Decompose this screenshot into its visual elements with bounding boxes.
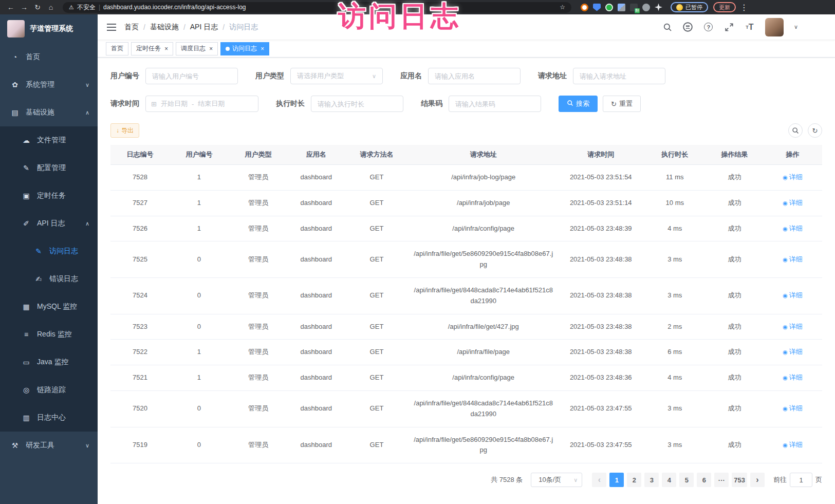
tab-首页[interactable]: 首页	[106, 42, 128, 55]
sidebar-logo[interactable]: 芋道管理系统	[0, 14, 98, 43]
export-button[interactable]: 导出	[110, 123, 139, 138]
page-button-5[interactable]: 5	[679, 473, 694, 487]
date-range-picker[interactable]: 开始日期-结束日期	[145, 96, 258, 112]
extension-icon-pinwheel[interactable]	[655, 4, 662, 11]
browser-update-button[interactable]: 更新	[713, 2, 736, 12]
detail-link[interactable]: 详细	[783, 347, 803, 358]
extension-icon-green[interactable]	[605, 4, 613, 11]
sidebar-item-redis-monitor[interactable]: ≡Redis 监控	[0, 321, 98, 348]
font-size-icon[interactable]	[745, 22, 755, 32]
sidebar-item-infrastructure[interactable]: ▤基础设施∧	[0, 99, 98, 126]
cell-id: 7528	[110, 165, 170, 191]
extension-icon-gray[interactable]	[642, 4, 650, 11]
browser-forward-button[interactable]	[18, 2, 30, 12]
browser-back-button[interactable]	[5, 2, 16, 12]
detail-link[interactable]: 详细	[783, 172, 803, 183]
filter-input-执行时长[interactable]	[311, 96, 403, 112]
page-size-select[interactable]: 10条/页	[531, 473, 582, 487]
export-label: 导出	[121, 126, 134, 135]
page-button-753[interactable]: 753	[732, 473, 747, 487]
detail-link[interactable]: 详细	[783, 223, 803, 234]
sidebar-item-job[interactable]: ▣定时任务	[0, 182, 98, 210]
detail-link[interactable]: 详细	[783, 254, 803, 265]
filter-input-请求地址[interactable]	[573, 68, 665, 84]
close-icon[interactable]: ×	[209, 46, 213, 52]
sidebar-item-log-center[interactable]: ▥日志中心	[0, 404, 98, 432]
user-avatar[interactable]	[765, 18, 784, 36]
cell-time: 2021-05-03 23:48:38	[558, 241, 643, 278]
sidebar-item-access-log[interactable]: ✎访问日志	[0, 237, 98, 265]
column-header: 应用名	[288, 145, 345, 165]
filter-input-用户编号[interactable]	[145, 68, 238, 84]
search-icon[interactable]	[662, 22, 673, 32]
sidebar-item-java-monitor[interactable]: ▭Java 监控	[0, 348, 98, 376]
cell-action: 详细	[763, 340, 822, 365]
sidebar-item-config-manage[interactable]: ✎配置管理	[0, 154, 98, 182]
extension-icon-translate[interactable]: 翻	[630, 4, 638, 11]
page-button-3[interactable]: 3	[644, 473, 659, 487]
detail-link[interactable]: 详细	[783, 440, 803, 451]
cell-action: 详细	[763, 390, 822, 427]
detail-link[interactable]: 详细	[783, 322, 803, 332]
sidebar-item-mysql-monitor[interactable]: ▦MySQL 监控	[0, 293, 98, 321]
close-icon[interactable]: ×	[164, 46, 168, 52]
breadcrumb-item[interactable]: 基础设施	[150, 23, 179, 32]
sidebar-item-label: 访问日志	[49, 247, 78, 256]
filter-input-应用名[interactable]	[428, 68, 521, 84]
browser-home-button[interactable]	[45, 2, 57, 12]
github-icon[interactable]	[683, 22, 693, 32]
sidebar-item-dashboard[interactable]: ◔首页	[0, 43, 98, 71]
help-icon[interactable]	[703, 22, 714, 32]
sidebar-item-label: MySQL 监控	[37, 302, 77, 311]
detail-link[interactable]: 详细	[783, 372, 803, 383]
reset-button[interactable]: 重置	[603, 96, 641, 112]
sidebar-item-api-log[interactable]: ✐API 日志∧	[0, 210, 98, 237]
prev-page-button[interactable]	[592, 473, 606, 487]
cell-user_type: 管理员	[229, 390, 288, 427]
tab-定时任务[interactable]: 定时任务×	[131, 42, 173, 55]
table-row: 75190管理员dashboardGET/api/infra/file/get/…	[110, 427, 822, 463]
browser-menu-icon[interactable]	[740, 3, 748, 12]
cell-user_type: 管理员	[229, 165, 288, 191]
extension-icon-donut[interactable]	[581, 4, 588, 11]
breadcrumb-item[interactable]: 首页	[124, 23, 139, 32]
browser-profile-chip[interactable]: 已暂停	[671, 2, 708, 12]
browser-reload-button[interactable]	[32, 2, 43, 12]
sidebar-item-dev-tools[interactable]: ⚒研发工具∨	[0, 432, 98, 459]
page-button-6[interactable]: 6	[697, 473, 711, 487]
extension-icon-cubes[interactable]	[618, 4, 625, 11]
sidebar-item-file-manage[interactable]: ☁文件管理	[0, 126, 98, 154]
detail-link[interactable]: 详细	[783, 290, 803, 301]
close-icon[interactable]: ×	[261, 46, 264, 52]
cell-app: dashboard	[288, 190, 345, 216]
filter-row-1: 用户编号用户类型请选择用户类型应用名请求地址	[110, 68, 822, 84]
tab-访问日志[interactable]: 访问日志×	[220, 42, 269, 55]
page-button-4[interactable]: 4	[662, 473, 676, 487]
page-button-2[interactable]: 2	[627, 473, 641, 487]
next-page-button[interactable]	[750, 473, 765, 487]
sidebar-item-trace[interactable]: ◎链路追踪	[0, 376, 98, 404]
breadcrumb-item[interactable]: API 日志	[190, 23, 218, 32]
tab-调度日志[interactable]: 调度日志×	[176, 42, 218, 55]
fullscreen-icon[interactable]	[724, 22, 734, 32]
address-bar[interactable]: 不安全 | dashboard.yudao.iocoder.cn/infra/l…	[63, 2, 571, 13]
detail-link[interactable]: 详细	[783, 198, 803, 209]
detail-link[interactable]: 详细	[783, 403, 803, 414]
page-button-1[interactable]: 1	[609, 473, 624, 487]
profile-emoji-icon	[676, 4, 683, 11]
sidebar-item-error-log[interactable]: ✍错误日志	[0, 265, 98, 293]
pager-ellipsis[interactable]: ···	[714, 473, 729, 487]
goto-page-input[interactable]	[790, 473, 812, 487]
user-menu-caret-icon[interactable]	[794, 24, 798, 30]
filter-input-结果码[interactable]	[449, 96, 541, 112]
collapse-sidebar-icon[interactable]	[107, 24, 116, 31]
show-search-button[interactable]	[788, 123, 803, 138]
navbar-right	[662, 18, 835, 36]
extension-icon-shield[interactable]	[593, 4, 601, 11]
search-button[interactable]: 搜索	[559, 96, 598, 112]
bookmark-star-icon[interactable]	[560, 4, 565, 11]
refresh-icon	[812, 126, 818, 135]
filter-select-用户类型[interactable]: 请选择用户类型	[290, 68, 383, 84]
refresh-table-button[interactable]	[808, 123, 822, 138]
sidebar-item-system[interactable]: ✿系统管理∨	[0, 71, 98, 99]
